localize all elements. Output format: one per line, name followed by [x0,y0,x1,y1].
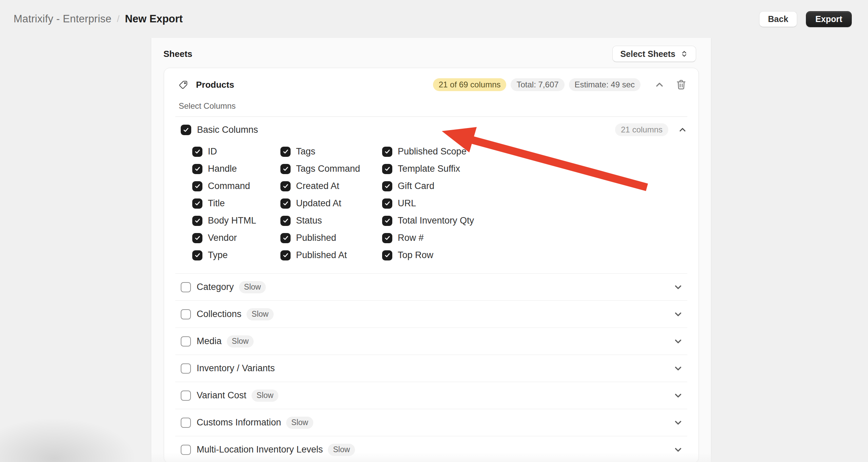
column-label[interactable]: Tags Command [296,164,360,174]
column-checkbox[interactable] [192,216,202,226]
group-label[interactable]: Category [197,282,234,292]
column-label[interactable]: Template Suffix [398,164,460,174]
group-checkbox[interactable] [181,282,191,292]
column-checkbox[interactable] [192,233,202,243]
column-option: Handle [192,160,280,177]
column-checkbox[interactable] [382,233,392,243]
column-label[interactable]: Top Row [398,250,433,260]
checkmark-icon [384,217,391,224]
group-checkbox[interactable] [181,445,191,455]
column-label[interactable]: Row # [398,233,424,243]
column-label[interactable]: Handle [208,164,237,174]
column-label[interactable]: Total Inventory Qty [398,215,474,226]
column-label[interactable]: Created At [296,181,339,191]
column-checkbox[interactable] [382,216,392,226]
column-label[interactable]: Vendor [208,233,237,243]
checkmark-icon [194,217,201,224]
column-checkbox[interactable] [192,181,202,191]
select-sheets-button[interactable]: Select Sheets [612,46,696,62]
column-label[interactable]: URL [398,198,416,209]
column-checkbox[interactable] [192,250,202,260]
column-option: Updated At [280,195,382,212]
basic-columns-label[interactable]: Basic Columns [197,125,258,135]
column-option: Template Suffix [382,160,687,177]
column-checkbox[interactable] [192,147,202,157]
checkmark-icon [194,165,201,172]
column-label[interactable]: Updated At [296,198,341,209]
checkmark-icon [194,148,201,155]
column-label[interactable]: ID [208,146,217,157]
back-button[interactable]: Back [759,11,797,27]
column-label[interactable]: Gift Card [398,181,434,191]
slow-badge: Slow [252,390,279,402]
basic-columns-checkbox[interactable] [181,125,191,135]
column-checkbox[interactable] [280,181,291,191]
header-actions: Back Export [759,11,852,27]
checkmark-icon [282,183,289,190]
export-button[interactable]: Export [806,11,852,27]
select-sheets-label: Select Sheets [620,50,675,58]
column-checkbox[interactable] [280,233,291,243]
collapse-sheet-button[interactable] [654,79,665,90]
group-checkbox[interactable] [181,336,191,346]
checkmark-icon [282,148,289,155]
group-checkbox[interactable] [181,418,191,428]
chevron-up-icon [678,125,687,134]
column-group-row: Customs InformationSlow [175,409,687,436]
column-checkbox[interactable] [382,164,392,174]
checkmark-icon [182,126,190,133]
expand-group-button[interactable] [673,336,683,346]
app-title[interactable]: Matrixify - Enterprise [14,13,112,25]
chevron-down-icon [673,445,683,455]
basic-columns-meta: 21 columns [615,123,687,136]
column-label[interactable]: Type [208,250,228,260]
delete-sheet-button[interactable] [675,79,687,91]
group-label[interactable]: Variant Cost [197,390,246,401]
group-checkbox[interactable] [181,391,191,401]
collapse-basic-columns-button[interactable] [678,125,687,134]
group-label[interactable]: Media [197,336,222,346]
column-checkbox[interactable] [192,198,202,209]
column-checkbox[interactable] [382,198,392,209]
expand-group-button[interactable] [673,445,683,455]
group-label[interactable]: Inventory / Variants [197,363,275,374]
expand-group-button[interactable] [673,282,683,292]
column-label[interactable]: Published Scope [398,146,467,157]
expand-group-button[interactable] [673,363,683,374]
columns-count-badge: 21 of 69 columns [433,78,507,91]
column-checkbox[interactable] [382,147,392,157]
checkmark-icon [194,252,201,259]
column-option: Command [192,177,280,195]
column-group-row: Variant CostSlow [175,382,687,409]
column-checkbox[interactable] [280,198,291,209]
breadcrumb: Matrixify - Enterprise / New Export [14,13,183,25]
column-label[interactable]: Command [208,181,250,191]
group-checkbox[interactable] [181,363,191,374]
slow-badge: Slow [239,281,266,293]
basic-columns-grid-col: Published ScopeTemplate SuffixGift CardU… [382,143,687,264]
expand-group-button[interactable] [673,309,683,319]
chevron-down-icon [673,363,683,374]
column-checkbox[interactable] [382,250,392,260]
column-label[interactable]: Body HTML [208,215,256,226]
column-option: Row # [382,229,687,247]
column-checkbox[interactable] [382,181,392,191]
column-label[interactable]: Status [296,215,322,226]
checkmark-icon [282,234,289,241]
column-checkbox[interactable] [280,216,291,226]
column-checkbox[interactable] [280,147,291,157]
basic-columns-row: Basic Columns 21 columns [175,117,687,138]
column-checkbox[interactable] [280,164,291,174]
expand-group-button[interactable] [673,418,683,428]
column-checkbox[interactable] [192,164,202,174]
expand-group-button[interactable] [673,391,683,401]
group-label[interactable]: Collections [197,309,241,319]
column-checkbox[interactable] [280,250,291,260]
group-label[interactable]: Multi-Location Inventory Levels [197,444,323,455]
column-label[interactable]: Published [296,233,336,243]
column-label[interactable]: Title [208,198,225,209]
group-label[interactable]: Customs Information [197,417,281,428]
group-checkbox[interactable] [181,309,191,319]
column-label[interactable]: Published At [296,250,347,260]
column-label[interactable]: Tags [296,146,315,157]
